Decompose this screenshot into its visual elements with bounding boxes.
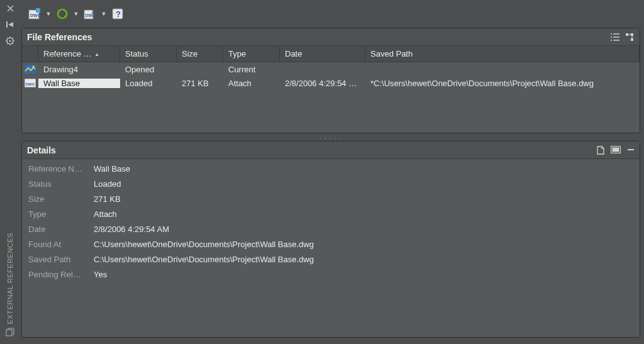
file-references-header: File References: [22, 28, 640, 46]
svg-rect-12: [631, 33, 633, 36]
value-reference-name: Wall Base: [94, 164, 633, 174]
svg-text:DWG: DWG: [26, 82, 35, 86]
refresh-button[interactable]: [55, 7, 69, 21]
main-area: DWG ▼ ▼ DWG ▼ ? File References: [20, 0, 644, 344]
svg-rect-19: [613, 147, 619, 152]
table-row[interactable]: DWG Wall Base Loaded 271 KB Attach 2/8/2…: [22, 76, 640, 90]
value-type: Attach: [94, 209, 633, 219]
cell-type: Current: [223, 65, 280, 74]
label-date: Date: [28, 225, 91, 234]
properties-icon[interactable]: [6, 36, 14, 45]
xref-icon: [6, 328, 14, 336]
value-saved-path: C:\Users\hewet\OneDrive\Documents\Projec…: [94, 255, 633, 264]
col-reference-name[interactable]: Reference …: [38, 46, 120, 62]
svg-text:DWG: DWG: [86, 13, 96, 18]
label-size: Size: [28, 194, 91, 204]
svg-point-2: [9, 40, 11, 42]
refresh-dropdown[interactable]: ▼: [73, 11, 79, 17]
preview-icon[interactable]: [611, 146, 621, 155]
value-found-at: C:\Users\hewet\OneDrive\Documents\Projec…: [94, 240, 633, 249]
label-type: Type: [28, 209, 91, 219]
attach-dropdown[interactable]: ▼: [45, 11, 52, 17]
details-body: Reference N… Wall Base Status Loaded Siz…: [22, 159, 640, 287]
file-references-panel: File References Reference … Status Size …: [21, 28, 640, 133]
table-header-row: Reference … Status Size Type Date Saved …: [22, 46, 640, 62]
col-icon[interactable]: [22, 46, 38, 62]
svg-point-15: [33, 66, 35, 68]
details-title: Details: [27, 145, 56, 155]
details-panel: Details Reference N… Wall Base Status Lo…: [21, 141, 640, 338]
col-saved-path[interactable]: Saved Path: [365, 46, 640, 62]
cell-size: 271 KB: [177, 79, 223, 88]
svg-rect-20: [628, 149, 634, 150]
change-path-dropdown[interactable]: ▼: [101, 11, 107, 17]
svg-rect-0: [6, 21, 8, 28]
file-references-title: File References: [27, 32, 92, 42]
label-pending: Pending Rel…: [28, 270, 91, 279]
row-icon: DWG: [22, 79, 38, 87]
splitter[interactable]: • • • • •: [21, 136, 640, 141]
list-view-icon[interactable]: [611, 33, 619, 41]
tree-view-icon[interactable]: [626, 33, 635, 41]
row-icon: [22, 65, 38, 74]
cell-name: Drawing4: [38, 65, 120, 74]
table-row[interactable]: Drawing4 Opened Current: [22, 62, 640, 76]
open-file-icon[interactable]: [597, 146, 604, 155]
value-size: 271 KB: [94, 194, 633, 204]
attach-dwg-button[interactable]: DWG: [28, 7, 42, 21]
auto-hide-icon[interactable]: [6, 20, 14, 29]
label-reference-name: Reference N…: [28, 164, 91, 174]
value-pending: Yes: [94, 270, 633, 279]
svg-text:?: ?: [116, 9, 121, 19]
label-status: Status: [28, 179, 91, 189]
details-header: Details: [22, 141, 640, 159]
collapse-icon[interactable]: [627, 146, 635, 155]
cell-status: Loaded: [120, 79, 177, 88]
label-saved-path: Saved Path: [28, 255, 91, 264]
cell-date: 2/8/2006 4:29:54 …: [280, 79, 365, 88]
svg-rect-3: [6, 330, 12, 336]
col-size[interactable]: Size: [177, 46, 223, 62]
toolbar: DWG ▼ ▼ DWG ▼ ?: [21, 3, 640, 28]
col-date[interactable]: Date: [280, 46, 365, 62]
label-found-at: Found At: [28, 240, 91, 249]
value-date: 2/8/2006 4:29:54 AM: [94, 225, 633, 234]
table-body: Drawing4 Opened Current DWG Wall Base Lo…: [22, 62, 640, 133]
value-status: Loaded: [94, 179, 633, 189]
svg-rect-11: [626, 33, 628, 36]
cell-path: *C:\Users\hewet\OneDrive\Documents\Proje…: [365, 79, 640, 88]
col-status[interactable]: Status: [120, 46, 177, 62]
svg-rect-6: [36, 8, 40, 13]
close-icon[interactable]: [6, 4, 14, 13]
cell-type: Attach: [223, 79, 280, 88]
palette-title-strip: EXTERNAL REFERENCES: [0, 233, 20, 340]
help-button[interactable]: ?: [111, 7, 125, 21]
svg-rect-13: [631, 38, 633, 41]
palette-title: EXTERNAL REFERENCES: [6, 233, 14, 324]
change-path-button[interactable]: DWG: [83, 7, 97, 21]
cell-name: Wall Base: [38, 79, 120, 88]
cell-status: Opened: [120, 65, 177, 74]
col-type[interactable]: Type: [223, 46, 280, 62]
svg-text:DWG: DWG: [30, 13, 41, 18]
